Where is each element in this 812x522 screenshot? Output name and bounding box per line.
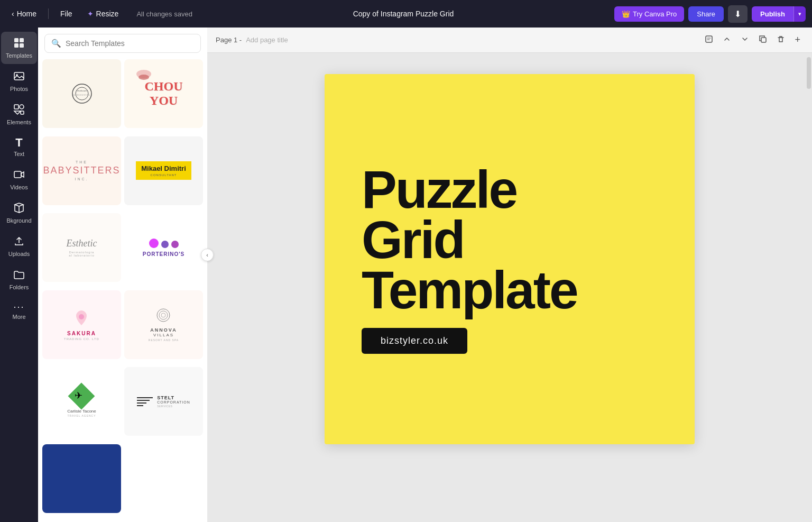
template-card-sakura[interactable]: SAKURA TRADING CO. LTD bbox=[42, 290, 121, 359]
svg-point-10 bbox=[72, 84, 91, 103]
sidebar-item-elements-label: Elements bbox=[7, 119, 31, 125]
sidebar-item-templates-label: Templates bbox=[6, 52, 32, 59]
svg-rect-21 bbox=[761, 38, 766, 42]
svg-text:KIDSDENTAL: KIDSDENTAL bbox=[73, 94, 90, 96]
main-layout: Templates Photos Elements bbox=[0, 28, 812, 522]
page-down-button[interactable] bbox=[737, 32, 752, 48]
page-label: Page 1 - bbox=[216, 36, 242, 44]
search-icon: 🔍 bbox=[51, 39, 61, 48]
sidebar-item-photos-label: Photos bbox=[10, 86, 28, 92]
chevron-down-icon: ▾ bbox=[798, 11, 801, 17]
template-card-babysitters[interactable]: THE BABYSITTERS INC. bbox=[42, 136, 121, 205]
sidebar-item-templates[interactable]: Templates bbox=[1, 32, 37, 64]
photos-icon bbox=[13, 70, 25, 84]
svg-rect-2 bbox=[14, 43, 19, 48]
template-card-esthetic[interactable]: Esthetic Dermatologia al laboratorio bbox=[42, 213, 121, 282]
autosave-status: All changes saved bbox=[136, 10, 192, 18]
panel-search-area: 🔍 bbox=[38, 28, 207, 57]
canvas-toolbar-right: + bbox=[702, 32, 804, 48]
search-input[interactable] bbox=[66, 39, 194, 48]
publish-button[interactable]: Publish bbox=[752, 6, 793, 22]
resize-button[interactable]: ✦ Resize bbox=[82, 6, 124, 21]
svg-rect-3 bbox=[20, 43, 24, 48]
crown-icon: 👑 bbox=[622, 10, 630, 18]
sidebar-item-elements[interactable]: Elements bbox=[1, 98, 37, 131]
puzzle-url: bizstyler.co.uk bbox=[381, 335, 448, 346]
nav-right-actions: 👑 Try Canva Pro Share ⬇ Publish ▾ bbox=[614, 5, 806, 23]
folders-icon bbox=[13, 269, 25, 282]
svg-rect-6 bbox=[14, 105, 19, 109]
svg-text:Dorbeach: Dorbeach bbox=[77, 89, 87, 92]
sidebar-item-background[interactable]: Bkground bbox=[1, 197, 37, 229]
nav-center: Copy of Instagram Puzzle Grid bbox=[197, 9, 610, 19]
template-card-annova[interactable]: ANNOVA VILLAS RESORT AND SPA bbox=[124, 290, 203, 359]
page-title-input[interactable]: Add page title bbox=[246, 36, 288, 44]
page-delete-button[interactable] bbox=[773, 32, 788, 48]
template-card-blue[interactable] bbox=[42, 444, 121, 513]
svg-rect-4 bbox=[14, 72, 24, 80]
more-icon: ··· bbox=[13, 302, 24, 312]
sidebar-item-more-label: More bbox=[12, 314, 25, 320]
search-box: 🔍 bbox=[44, 34, 201, 53]
page-duplicate-button[interactable] bbox=[755, 32, 770, 48]
resize-icon: ✦ bbox=[87, 10, 94, 18]
file-menu-button[interactable]: File bbox=[55, 6, 78, 21]
sidebar-item-photos[interactable]: Photos bbox=[1, 65, 37, 97]
template-card-stelt[interactable]: STELT CORPORATION SERVICES bbox=[124, 367, 203, 436]
home-button[interactable]: ‹ Home bbox=[6, 6, 42, 21]
svg-rect-9 bbox=[14, 171, 21, 178]
puzzle-title-line3: Template bbox=[362, 265, 689, 315]
sidebar-item-uploads[interactable]: Uploads bbox=[1, 230, 37, 262]
download-button[interactable]: ⬇ bbox=[728, 5, 748, 23]
canvas-toolbar: Page 1 - Add page title bbox=[207, 28, 812, 53]
svg-rect-0 bbox=[14, 38, 19, 42]
template-card-dorbeach[interactable]: Dorbeach KIDSDENTAL bbox=[42, 59, 121, 128]
sidebar-item-folders-label: Folders bbox=[10, 284, 29, 290]
publish-group: Publish ▾ bbox=[752, 6, 806, 22]
share-button[interactable]: Share bbox=[688, 6, 724, 22]
svg-point-7 bbox=[20, 105, 24, 109]
template-grid: Dorbeach KIDSDENTAL CHOU bbox=[38, 57, 207, 522]
background-icon bbox=[13, 202, 25, 215]
svg-point-19 bbox=[161, 313, 165, 317]
page-up-button[interactable] bbox=[719, 32, 734, 48]
download-icon: ⬇ bbox=[734, 10, 741, 19]
svg-rect-1 bbox=[20, 38, 24, 42]
canvas-card[interactable]: Puzzle Grid Template bizstyler.co.uk bbox=[325, 74, 695, 444]
sidebar-item-uploads-label: Uploads bbox=[8, 251, 30, 257]
sidebar-item-more[interactable]: ··· More bbox=[1, 297, 37, 325]
page-notes-button[interactable] bbox=[702, 32, 716, 48]
publish-dropdown-button[interactable]: ▾ bbox=[793, 6, 806, 22]
sidebar-item-folders[interactable]: Folders bbox=[1, 263, 37, 296]
nav-divider bbox=[48, 8, 49, 19]
text-icon: T bbox=[15, 137, 22, 149]
page-add-button[interactable]: + bbox=[791, 32, 804, 48]
canvas-scroll-area[interactable]: Puzzle Grid Template bizstyler.co.uk bbox=[207, 53, 812, 522]
sidebar-item-background-label: Bkground bbox=[6, 217, 31, 224]
templates-icon bbox=[13, 37, 25, 50]
document-title: Copy of Instagram Puzzle Grid bbox=[353, 10, 454, 18]
svg-point-16 bbox=[79, 314, 84, 319]
elements-icon bbox=[13, 104, 25, 117]
right-scrollbar[interactable] bbox=[806, 53, 812, 522]
canvas-area: Page 1 - Add page title bbox=[207, 28, 812, 522]
chevron-left-icon: ‹ bbox=[12, 10, 14, 18]
svg-rect-20 bbox=[706, 36, 712, 42]
template-card-mikael[interactable]: Mikael Dimitri CONSULTANT bbox=[124, 136, 203, 205]
template-card-porterino[interactable]: PORTERINO'S bbox=[124, 213, 203, 282]
try-canva-pro-button[interactable]: 👑 Try Canva Pro bbox=[614, 6, 684, 22]
left-sidebar: Templates Photos Elements bbox=[0, 28, 38, 522]
svg-rect-8 bbox=[21, 111, 24, 114]
hide-panel-button[interactable]: ‹ bbox=[201, 249, 214, 261]
sidebar-item-text[interactable]: T Text bbox=[1, 132, 37, 162]
puzzle-title-line1: Puzzle bbox=[362, 164, 689, 215]
uploads-icon bbox=[13, 235, 25, 249]
template-card-carlisle[interactable]: ✈ Carlisle Tacone TRAVEL AGENCY bbox=[42, 367, 121, 436]
svg-point-15 bbox=[139, 75, 149, 80]
sidebar-item-text-label: Text bbox=[14, 151, 24, 157]
svg-point-18 bbox=[159, 311, 168, 319]
templates-panel: 🔍 Dorbeach KIDSDENTAL bbox=[38, 28, 207, 522]
template-card-chouyou[interactable]: CHOU YOU bbox=[124, 59, 203, 128]
puzzle-title-line2: Grid bbox=[362, 215, 689, 265]
sidebar-item-videos[interactable]: Videos bbox=[1, 163, 37, 196]
